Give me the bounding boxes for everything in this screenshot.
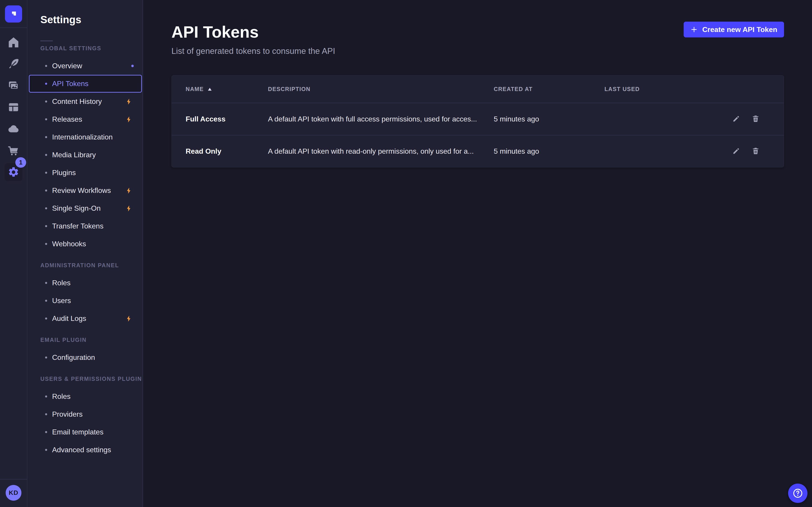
sidebar-item-label: Transfer Tokens (52, 222, 104, 230)
rail-item-content-manager[interactable] (0, 53, 27, 75)
layout-icon (7, 101, 20, 114)
sort-asc-icon (207, 87, 212, 91)
bullet-dot (45, 431, 47, 433)
rail-item-home[interactable] (0, 32, 27, 53)
sidebar-item-label: Configuration (52, 353, 95, 362)
rail-item-settings[interactable]: 1 (0, 161, 27, 183)
column-header-created-at: CREATED AT (494, 86, 605, 93)
lightning-icon (125, 205, 133, 212)
column-header-description: DESCRIPTION (268, 86, 494, 93)
sidebar-item-label: Providers (52, 410, 83, 418)
sidebar-item-content-history[interactable]: Content History (28, 93, 142, 110)
lightning-icon (125, 187, 133, 194)
help-button[interactable] (788, 484, 808, 503)
token-name: Full Access (172, 115, 268, 123)
sidebar-section-header: EMAIL PLUGIN (28, 336, 143, 343)
create-api-token-button[interactable]: Create new API Token (684, 22, 784, 38)
sidebar-section-administration-panel: ADMINISTRATION PANELRolesUsersAudit Logs (28, 262, 143, 327)
sidebar-item-audit-logs[interactable]: Audit Logs (28, 309, 142, 327)
sidebar-item-users[interactable]: Users (28, 292, 142, 309)
sidebar-item-label: Audit Logs (52, 314, 86, 323)
sidebar-item-plugins[interactable]: Plugins (28, 164, 142, 182)
sidebar-item-advanced-settings[interactable]: Advanced settings (28, 441, 142, 459)
bullet-dot (45, 118, 47, 120)
bullet-dot (45, 101, 47, 103)
edit-token-button[interactable] (731, 147, 741, 156)
create-api-token-label: Create new API Token (702, 25, 777, 34)
sidebar-title: Settings (28, 0, 143, 26)
rail-divider (0, 479, 27, 480)
sidebar-item-label: Media Library (52, 151, 96, 159)
sidebar-item-releases[interactable]: Releases (28, 110, 142, 128)
page-header: API Tokens List of generated tokens to c… (144, 0, 812, 56)
column-header-name[interactable]: NAME (172, 86, 268, 93)
workspace-rail: 1 KD (0, 0, 28, 507)
sidebar-section-items: Configuration (28, 349, 143, 367)
sidebar-item-roles[interactable]: Roles (28, 274, 142, 292)
column-label: CREATED AT (494, 86, 532, 93)
notification-dot (131, 65, 134, 67)
sidebar-item-review-workflows[interactable]: Review Workflows (28, 182, 142, 200)
bullet-dot (45, 413, 47, 415)
sidebar-item-roles[interactable]: Roles (28, 388, 142, 405)
sidebar-item-webhooks[interactable]: Webhooks (28, 235, 142, 253)
delete-token-button[interactable] (751, 147, 760, 156)
sidebar-section-header: GLOBAL SETTINGS (28, 45, 143, 52)
sidebar-item-transfer-tokens[interactable]: Transfer Tokens (28, 217, 142, 235)
rail-item-content-type-builder[interactable] (0, 97, 27, 118)
edit-token-button[interactable] (731, 114, 741, 124)
row-actions (722, 114, 784, 124)
sidebar-section-users-permissions-plugin: USERS & PERMISSIONS PLUGINRolesProviders… (28, 376, 143, 459)
sidebar-item-media-library[interactable]: Media Library (28, 146, 142, 164)
bullet-dot (45, 207, 47, 209)
photos-icon (7, 79, 20, 92)
token-name: Read Only (172, 147, 268, 156)
sidebar-item-label: Review Workflows (52, 186, 111, 195)
rail-item-media[interactable] (0, 75, 27, 97)
sidebar-section-items: OverviewAPI TokensContent HistoryRelease… (28, 57, 143, 253)
sidebar-section-global-settings: GLOBAL SETTINGSOverviewAPI TokensContent… (28, 45, 143, 253)
lightning-icon (125, 315, 133, 323)
sidebar-item-internationalization[interactable]: Internationalization (28, 128, 142, 146)
bullet-dot (45, 356, 47, 358)
sidebar-item-label: Releases (52, 115, 82, 123)
bullet-dot (45, 282, 47, 284)
sidebar-item-single-sign-on[interactable]: Single Sign-On (28, 200, 142, 217)
sidebar-item-label: Overview (52, 62, 82, 70)
sidebar-item-label: Webhooks (52, 240, 86, 248)
sidebar-section-header: USERS & PERMISSIONS PLUGIN (28, 376, 143, 382)
column-label: NAME (186, 86, 204, 93)
main-content: API Tokens List of generated tokens to c… (144, 0, 812, 507)
question-icon (793, 488, 803, 499)
table-header-row: NAME DESCRIPTION CREATED AT LAST USED (172, 75, 784, 103)
sidebar-title-divider (40, 41, 53, 41)
gear-icon (8, 166, 19, 178)
sidebar-section-header: ADMINISTRATION PANEL (28, 262, 143, 269)
sidebar-item-label: Roles (52, 392, 70, 401)
app-logo[interactable] (5, 5, 22, 22)
plus-icon (691, 26, 698, 33)
bullet-dot (45, 449, 47, 451)
sidebar-item-overview[interactable]: Overview (28, 57, 142, 75)
table-row-read-only[interactable]: Read OnlyA default API token with read-o… (172, 135, 784, 167)
delete-token-button[interactable] (751, 114, 760, 124)
rail-divider (0, 27, 27, 28)
bullet-dot (45, 154, 47, 156)
sidebar-section-items: RolesUsersAudit Logs (28, 274, 143, 327)
bullet-dot (45, 189, 47, 191)
rail-item-deployments[interactable] (0, 118, 27, 140)
user-avatar[interactable]: KD (6, 485, 21, 501)
trash-icon (752, 115, 760, 123)
home-icon (7, 36, 20, 49)
sidebar-item-api-tokens[interactable]: API Tokens (29, 75, 142, 93)
sidebar-item-label: Roles (52, 279, 70, 287)
api-tokens-table: NAME DESCRIPTION CREATED AT LAST USED Fu… (171, 75, 784, 167)
feather-icon (7, 57, 20, 70)
bullet-dot (45, 243, 47, 245)
table-row-full-access[interactable]: Full AccessA default API token with full… (172, 103, 784, 135)
sidebar-item-providers[interactable]: Providers (28, 405, 142, 423)
sidebar-item-configuration[interactable]: Configuration (28, 349, 142, 367)
column-label: DESCRIPTION (268, 86, 310, 93)
sidebar-item-email-templates[interactable]: Email templates (28, 423, 142, 441)
bullet-dot (45, 318, 47, 320)
